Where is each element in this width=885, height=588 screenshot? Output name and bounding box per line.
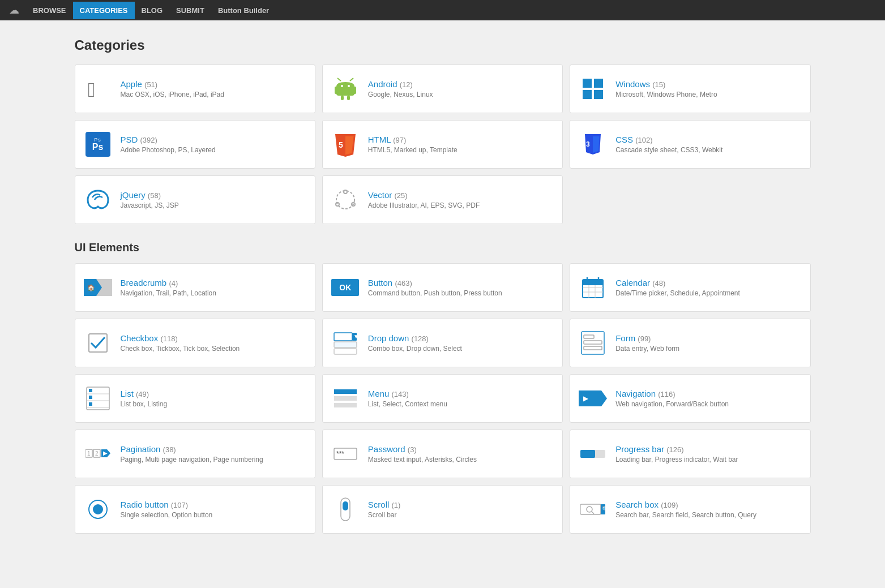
ui-card-dropdown[interactable]: ▼ Drop down (128) Combo box, Drop down, … bbox=[322, 319, 563, 367]
nav-submit[interactable]: SUBMIT bbox=[169, 2, 211, 19]
card-name: Form (99) bbox=[615, 333, 679, 343]
apple-icon:  bbox=[83, 74, 113, 104]
ui-card-list[interactable]: List (49) List box, Listing bbox=[75, 374, 315, 423]
category-card-vector[interactable]: Vector (25) Adobe Illustrator, AI, EPS, … bbox=[322, 175, 563, 224]
svg-rect-65 bbox=[580, 450, 595, 458]
svg-rect-50 bbox=[89, 402, 92, 406]
card-tags: Combo box, Drop down, Select bbox=[368, 345, 462, 353]
svg-rect-14 bbox=[594, 90, 603, 99]
svg-text:***: *** bbox=[336, 450, 344, 458]
card-tags: Command button, Push button, Press butto… bbox=[368, 289, 502, 297]
svg-text:▶: ▶ bbox=[103, 450, 108, 456]
ui-card-searchbox[interactable]: 🔍 Search box (109) Search bar, Search fi… bbox=[570, 485, 810, 534]
svg-rect-69 bbox=[343, 501, 348, 510]
svg-rect-27 bbox=[583, 280, 603, 285]
card-info: Breadcrumb (4) Navigation, Trail, Path, … bbox=[121, 278, 216, 297]
ui-card-checkbox[interactable]: Checkbox (118) Check box, Tickbox, Tick … bbox=[75, 319, 315, 367]
ui-card-password[interactable]: *** Password (3) Masked text input, Aste… bbox=[322, 430, 563, 478]
svg-rect-48 bbox=[89, 389, 92, 392]
svg-rect-41 bbox=[584, 335, 594, 338]
svg-rect-3 bbox=[335, 87, 337, 94]
card-tags: Web navigation, Forward/Back button bbox=[615, 400, 729, 408]
jquery-icon bbox=[83, 185, 113, 214]
card-info: Drop down (128) Combo box, Drop down, Se… bbox=[368, 333, 462, 353]
card-info: Password (3) Masked text input, Asterisk… bbox=[368, 444, 477, 463]
category-card-html[interactable]: 5 HTML (97) HTML5, Marked up, Template bbox=[322, 120, 563, 169]
category-card-psd[interactable]: Ps Ps PSD (392) Adobe Photoshop, PS, Lay… bbox=[75, 120, 315, 169]
card-name: jQuery (58) bbox=[121, 190, 179, 200]
card-info: HTML (97) HTML5, Marked up, Template bbox=[368, 135, 458, 154]
category-card-apple[interactable]:  Apple (51) Mac OSX, iOS, iPhone, iPad,… bbox=[75, 65, 315, 113]
card-info: Search box (109) Search bar, Search fiel… bbox=[615, 500, 756, 519]
ui-section-title: UI Elements bbox=[75, 241, 811, 254]
main-nav: ☁ BROWSE CATEGORIES BLOG SUBMIT Button B… bbox=[0, 0, 885, 20]
ui-card-button[interactable]: OK Button (463) Command button, Push but… bbox=[322, 263, 563, 312]
ui-card-scroll[interactable]: Scroll (1) Scroll bar bbox=[322, 485, 563, 534]
card-name: Drop down (128) bbox=[368, 333, 462, 343]
svg-rect-6 bbox=[347, 96, 350, 100]
ui-card-menu[interactable]: Menu (143) List, Select, Context menu bbox=[322, 374, 563, 423]
ui-card-pagination[interactable]: 1 2 ▶ Pagination (38) Paging, Multi page… bbox=[75, 430, 315, 478]
card-name: Menu (143) bbox=[368, 389, 447, 398]
card-tags: List, Select, Context menu bbox=[368, 400, 447, 408]
card-tags: Cascade style sheet, CSS3, Webkit bbox=[615, 146, 722, 154]
svg-rect-39 bbox=[334, 349, 357, 354]
category-card-windows[interactable]: Windows (15) Microsoft, Windows Phone, M… bbox=[570, 65, 810, 113]
ui-card-breadcrumb[interactable]: 🏠 Breadcrumb (4) Navigation, Trail, Path… bbox=[75, 263, 315, 312]
card-info: Apple (51) Mac OSX, iOS, iPhone, iPad, i… bbox=[121, 79, 224, 98]
form-icon bbox=[578, 328, 608, 358]
category-card-css[interactable]: 3 CSS (102) Cascade style sheet, CSS3, W… bbox=[570, 120, 810, 169]
card-name: Search box (109) bbox=[615, 500, 756, 509]
svg-line-9 bbox=[337, 78, 341, 81]
vector-icon bbox=[331, 185, 360, 214]
card-name: Android (12) bbox=[368, 79, 433, 89]
svg-rect-35 bbox=[334, 333, 352, 341]
calendar-icon bbox=[578, 273, 608, 302]
password-icon: *** bbox=[331, 439, 360, 469]
card-tags: Adobe Illustrator, AI, EPS, SVG, PDF bbox=[368, 201, 480, 209]
card-tags: List box, Listing bbox=[121, 400, 168, 408]
category-card-android[interactable]: Android (12) Google, Nexus, Linux bbox=[322, 65, 563, 113]
categories-grid:  Apple (51) Mac OSX, iOS, iPhone, iPad,… bbox=[75, 65, 811, 224]
card-name: Button (463) bbox=[368, 278, 502, 287]
card-info: Vector (25) Adobe Illustrator, AI, EPS, … bbox=[368, 190, 480, 209]
card-tags: Paging, Multi page navigation, Page numb… bbox=[121, 456, 263, 463]
android-icon bbox=[331, 74, 360, 104]
svg-point-8 bbox=[348, 85, 350, 87]
svg-text:🔍: 🔍 bbox=[602, 505, 606, 513]
nav-blog[interactable]: BLOG bbox=[135, 2, 170, 19]
ui-card-calendar[interactable]: Calendar (48) Date/Time picker, Schedule… bbox=[570, 263, 810, 312]
category-card-jquery[interactable]: jQuery (58) Javascript, JS, JSP bbox=[75, 175, 315, 224]
svg-point-67 bbox=[93, 504, 103, 514]
html-icon: 5 bbox=[331, 130, 360, 159]
breadcrumb-icon: 🏠 bbox=[83, 273, 113, 302]
nav-browse[interactable]: BROWSE bbox=[26, 2, 73, 19]
card-info: Progress bar (126) Loading bar, Progress… bbox=[615, 444, 738, 463]
ui-card-form[interactable]: Form (99) Data entry, Web form bbox=[570, 319, 810, 367]
card-tags: Javascript, JS, JSP bbox=[121, 201, 179, 209]
svg-text:3: 3 bbox=[586, 140, 590, 148]
card-name: Breadcrumb (4) bbox=[121, 278, 216, 287]
page-title: Categories bbox=[75, 37, 811, 53]
ui-card-progressbar[interactable]: Progress bar (126) Loading bar, Progress… bbox=[570, 430, 810, 478]
card-name: Windows (15) bbox=[615, 79, 717, 89]
windows-icon bbox=[578, 74, 608, 104]
card-name: Apple (51) bbox=[121, 79, 224, 89]
card-name: CSS (102) bbox=[615, 135, 722, 144]
card-tags: Navigation, Trail, Path, Location bbox=[121, 289, 216, 297]
main-content: Categories  Apple (51) Mac OSX, iOS, iP… bbox=[63, 20, 822, 568]
svg-rect-42 bbox=[584, 341, 602, 344]
card-name: Navigation (116) bbox=[615, 389, 729, 398]
card-tags: Scroll bar bbox=[368, 511, 401, 519]
card-name: Checkbox (118) bbox=[121, 333, 240, 343]
nav-button-builder[interactable]: Button Builder bbox=[211, 2, 276, 19]
ui-card-radiobutton[interactable]: Radio button (107) Single selection, Opt… bbox=[75, 485, 315, 534]
navigation-icon: ▶ bbox=[578, 384, 608, 413]
button-icon: OK bbox=[331, 273, 360, 302]
nav-categories[interactable]: CATEGORIES bbox=[73, 2, 135, 19]
card-name: List (49) bbox=[121, 389, 168, 398]
svg-rect-53 bbox=[334, 403, 357, 407]
card-info: Radio button (107) Single selection, Opt… bbox=[121, 500, 213, 519]
ui-card-navigation[interactable]: ▶ Navigation (116) Web navigation, Forwa… bbox=[570, 374, 810, 423]
card-info: Button (463) Command button, Push button… bbox=[368, 278, 502, 297]
